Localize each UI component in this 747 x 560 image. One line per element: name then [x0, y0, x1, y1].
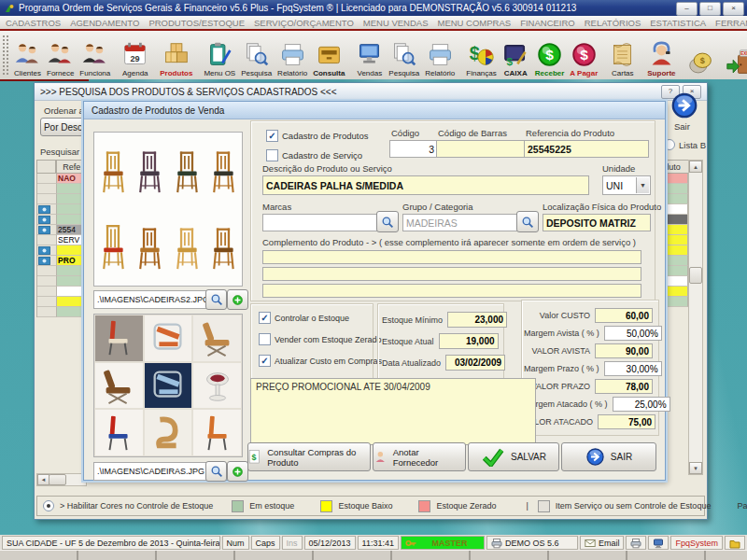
- table-row[interactable]: NAO: [37, 174, 87, 184]
- anotar-fornecedor-button[interactable]: Anotar Fornecedor: [373, 442, 466, 471]
- menu-item-5[interactable]: MENU COMPRAS: [437, 18, 511, 28]
- chevron-down-icon[interactable]: ▼: [636, 177, 649, 193]
- toolbar-button-pesquisa[interactable]: Pesquisa: [386, 31, 422, 78]
- grupo-search-button[interactable]: [516, 211, 539, 232]
- codigo-barras-field[interactable]: [436, 140, 528, 158]
- localizacao-field[interactable]: DEPOSITO MATRIZ: [543, 214, 651, 231]
- table-row[interactable]: [37, 297, 87, 307]
- marcas-search-button[interactable]: [376, 211, 399, 232]
- toolbar-button-coin[interactable]: $: [684, 31, 717, 78]
- complemento-line-1[interactable]: [262, 267, 641, 281]
- codigo-field[interactable]: 3: [389, 140, 438, 158]
- stock-flag-checkbox-2[interactable]: ✓Atualizar Custo em Compras: [259, 355, 369, 367]
- toolbar-button-relat-rio[interactable]: Relatório: [275, 31, 310, 78]
- table-row[interactable]: [37, 245, 87, 256]
- row-icon-cell[interactable]: [37, 225, 57, 235]
- grupo-field[interactable]: MADEIRAS: [402, 214, 520, 231]
- por-desc-button[interactable]: Por Desc: [40, 118, 86, 136]
- price-value[interactable]: 90,00: [595, 343, 653, 358]
- menu-item-4[interactable]: MENU VENDAS: [363, 18, 429, 28]
- table-row[interactable]: [37, 276, 87, 287]
- toolbar-button-pesquisa[interactable]: Pesquisa: [238, 31, 275, 78]
- price-value[interactable]: 50,00%: [604, 326, 662, 341]
- toolbar-button-clientes[interactable]: Clientes: [11, 31, 44, 78]
- vscroll-down-arrow[interactable]: ▾: [689, 462, 702, 474]
- menu-item-6[interactable]: FINANCEIRO: [520, 18, 575, 28]
- menu-item-0[interactable]: CADASTROS: [6, 18, 61, 28]
- table-row[interactable]: [37, 215, 87, 225]
- image1-search-button[interactable]: [205, 289, 227, 310]
- toolbar-button-exit[interactable]: EXIT: [723, 31, 747, 78]
- menu-item-3[interactable]: SERVIÇO/ORÇAMENTO: [254, 18, 354, 28]
- row-icon-cell[interactable]: [37, 204, 57, 215]
- image2-add-button[interactable]: [227, 461, 248, 482]
- toolbar-button-menu-os[interactable]: Menu OS: [201, 31, 238, 78]
- price-value[interactable]: 60,00: [595, 308, 653, 323]
- toolbar-button-receber[interactable]: $Receber: [532, 31, 568, 78]
- price-value[interactable]: 75,00: [598, 414, 655, 429]
- image1-path-field[interactable]: .\IMAGENS\CADEIRAS2.JPG: [93, 290, 209, 309]
- complemento-line-0[interactable]: [262, 250, 641, 264]
- cadastro-produtos-checkbox[interactable]: ✓ Cadastro de Produtos: [266, 130, 368, 142]
- toolbar-button-cartas[interactable]: Cartas: [606, 31, 639, 78]
- row-icon-cell[interactable]: [37, 235, 57, 245]
- row-icon-cell[interactable]: [37, 297, 57, 307]
- search-dialog-titlebar[interactable]: >>> PESQUISA DOS PRODUTOS & SERVIÇOS CAD…: [35, 83, 707, 101]
- price-value[interactable]: 25,00%: [613, 397, 670, 412]
- marcas-field[interactable]: [262, 214, 380, 231]
- sair-button[interactable]: SAIR: [561, 442, 656, 471]
- toolbar-button-fornece[interactable]: Fornece: [44, 31, 77, 78]
- toolbar-button-suporte[interactable]: Suporte: [644, 31, 678, 78]
- table-row[interactable]: [37, 287, 87, 297]
- row-icon-cell[interactable]: [37, 215, 57, 225]
- image2-search-button[interactable]: [205, 461, 227, 482]
- table-row[interactable]: [37, 204, 87, 215]
- menu-item-7[interactable]: RELATÓRIOS: [585, 18, 641, 28]
- referencia-field[interactable]: 25545225: [524, 140, 649, 158]
- row-icon-cell[interactable]: [37, 245, 57, 256]
- toolbar-button-funciona[interactable]: Funciona: [77, 31, 113, 78]
- stock-field-value[interactable]: 23,000: [447, 312, 507, 328]
- consultar-compras-button[interactable]: $ Consultar Compras do Produto: [247, 442, 371, 471]
- right-grid-vscrollbar[interactable]: ▴ ▾: [688, 160, 703, 475]
- row-icon-cell[interactable]: [37, 287, 57, 297]
- descricao-field[interactable]: CADEIRAS PALHA S/MEDIDA: [262, 175, 589, 195]
- table-row[interactable]: [37, 194, 87, 204]
- toolbar-button-relat-rio[interactable]: Relatório: [422, 31, 458, 78]
- menu-item-1[interactable]: AGENDAMENTO: [70, 18, 139, 28]
- table-row[interactable]: [37, 184, 87, 194]
- table-row[interactable]: PRO: [37, 256, 87, 266]
- vscroll-up-arrow[interactable]: ▴: [689, 161, 702, 173]
- left-grid-hscrollbar[interactable]: ◂: [36, 473, 87, 486]
- toolbar-button-caixa[interactable]: $CAIXA: [500, 31, 532, 78]
- price-value[interactable]: 30,00%: [604, 361, 662, 376]
- promo-note-field[interactable]: PREÇO PROMOCIONAL ATE 30/04/2009: [250, 378, 536, 445]
- vscroll-thumb[interactable]: [689, 267, 702, 284]
- table-row[interactable]: [37, 307, 87, 317]
- stock-flag-checkbox-1[interactable]: Vender com Estoque Zerado: [259, 333, 369, 345]
- row-icon-cell[interactable]: [37, 184, 57, 194]
- row-icon-cell[interactable]: [37, 256, 57, 266]
- minimize-button[interactable]: –: [676, 2, 698, 16]
- table-row[interactable]: SERV: [37, 235, 87, 245]
- unidade-select[interactable]: UNI ▼: [602, 175, 651, 195]
- complemento-line-2[interactable]: [262, 284, 641, 298]
- toolbar-button-vendas[interactable]: Vendas: [353, 31, 386, 78]
- restore-button[interactable]: □: [699, 2, 721, 16]
- stock-flag-checkbox-0[interactable]: ✓Controlar o Estoque: [259, 312, 369, 324]
- image2-path-field[interactable]: .\IMAGENS\CADEIRAS.JPG: [93, 462, 209, 481]
- salvar-button[interactable]: SALVAR: [468, 442, 559, 471]
- row-icon-cell[interactable]: [37, 266, 57, 276]
- cadastro-servico-checkbox[interactable]: Cadastro de Serviço: [266, 149, 362, 161]
- toolbar-button-a-pagar[interactable]: $A Pagar: [567, 31, 600, 78]
- row-icon-cell[interactable]: [37, 194, 57, 204]
- sair-circle-button[interactable]: [669, 91, 698, 119]
- row-icon-cell[interactable]: [37, 307, 57, 317]
- toolbar-button-produtos[interactable]: Produtos: [157, 31, 195, 78]
- price-value[interactable]: 78,00: [595, 379, 653, 394]
- hscroll-thumb[interactable]: [49, 474, 66, 485]
- stock-field-value[interactable]: 19,000: [439, 333, 499, 349]
- row-icon-cell[interactable]: [37, 276, 57, 287]
- row-icon-cell[interactable]: [37, 174, 57, 184]
- menu-item-9[interactable]: FERRAMENTAS: [715, 18, 747, 28]
